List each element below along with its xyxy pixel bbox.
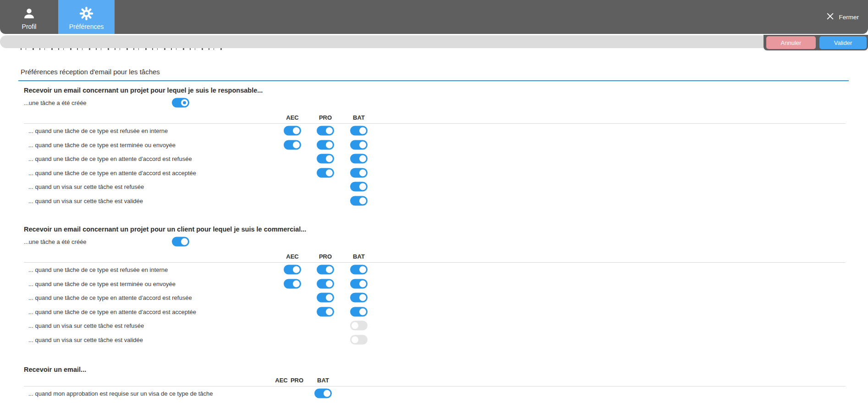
table-row: ... quand un visa sur cette tâche est re… <box>0 180 868 194</box>
preference-group: Recevoir un email concernant un projet p… <box>0 226 868 347</box>
toggle-switch-on[interactable] <box>317 279 334 288</box>
toggle-switch-on[interactable] <box>317 154 334 164</box>
toggle-knob <box>359 197 366 204</box>
tab-preferences[interactable]: Préférences <box>58 0 115 34</box>
toggle-switch-on[interactable] <box>350 279 368 288</box>
action-bar <box>0 35 764 48</box>
preference-group: Recevoir un email...AECPROBAT... quand m… <box>0 366 868 401</box>
row-label: ... quand une tâche de ce type est refus… <box>28 266 168 273</box>
toggle-knob <box>293 266 300 273</box>
column-headers: AECPROBAT <box>0 375 868 386</box>
table-row: ... quand un visa sur cette tâche est re… <box>0 319 868 333</box>
toggle-knob <box>359 266 366 273</box>
table-row: ... quand une tâche de ce type en attent… <box>0 166 868 180</box>
row-label: ... quand une tâche de ce type en attent… <box>28 294 192 301</box>
toggle-switch-on[interactable] <box>350 265 368 275</box>
table-row: ... quand un visa sur cette tâche est va… <box>0 194 868 208</box>
column-header-pro: PRO <box>315 253 335 260</box>
toggle-switch-on[interactable] <box>350 293 368 303</box>
group-title: Recevoir un email concernant un projet p… <box>24 87 868 95</box>
toggle-switch-on[interactable] <box>284 279 301 288</box>
toggle-switch-on[interactable] <box>317 307 334 316</box>
action-buttons-panel: Annuler Valider <box>764 35 868 50</box>
column-header-bat: BAT <box>313 377 333 384</box>
user-icon <box>22 6 36 21</box>
row-label: ... quand un visa sur cette tâche est va… <box>28 336 143 343</box>
toggle-knob <box>181 99 188 106</box>
toggle-switch-on[interactable] <box>172 98 189 108</box>
gear-icon <box>79 6 93 21</box>
row-label: ... quand mon approbation est requise su… <box>28 390 213 397</box>
preferences-content: Préférences réception d'email pour les t… <box>0 0 868 403</box>
toggle-switch-on[interactable] <box>350 154 368 164</box>
top-header: Profil <box>0 0 868 34</box>
table-row: ... quand une tâche de ce type est termi… <box>0 277 868 291</box>
group-title: Recevoir un email... <box>24 366 868 374</box>
toggle-knob <box>359 294 366 301</box>
toggle-switch-on[interactable] <box>350 168 368 177</box>
toggle-switch-off[interactable] <box>350 335 368 344</box>
toggle-knob <box>359 308 366 315</box>
toggle-switch-on[interactable] <box>317 168 334 177</box>
tab-profil[interactable]: Profil <box>0 0 58 34</box>
toggle-switch-off[interactable] <box>350 321 368 331</box>
validate-button[interactable]: Valider <box>819 36 867 49</box>
toggle-knob <box>326 141 333 148</box>
section-underline <box>18 80 849 81</box>
tab-label-profil: Profil <box>22 23 37 30</box>
section-title: Préférences réception d'email pour les t… <box>21 68 868 77</box>
toggle-knob <box>359 280 366 287</box>
toggle-switch-on[interactable] <box>317 140 334 149</box>
toggle-switch-on[interactable] <box>350 196 368 205</box>
toggle-switch-on[interactable] <box>317 293 334 303</box>
column-header-bat: BAT <box>349 253 369 260</box>
toggle-knob <box>181 238 188 245</box>
table-row: ... quand un visa sur cette tâche est va… <box>0 333 868 347</box>
toggle-knob <box>326 266 333 273</box>
toggle-switch-on[interactable] <box>172 237 189 247</box>
toggle-knob <box>352 336 358 343</box>
intro-row-label: ...une tâche a été créée <box>24 99 87 106</box>
column-header-pro: PRO <box>315 114 335 121</box>
close-button[interactable]: Fermer <box>826 0 859 34</box>
toggle-knob <box>326 169 333 176</box>
table-row: ... quand une tâche de ce type en attent… <box>0 152 868 166</box>
preference-group: Recevoir un email concernant un projet p… <box>0 87 868 208</box>
column-header-pro: PRO <box>287 377 307 384</box>
toggle-switch-on[interactable] <box>350 307 368 316</box>
toggle-knob <box>326 308 333 315</box>
row-label: ... quand un visa sur cette tâche est va… <box>28 197 143 204</box>
table-row: ... quand une tâche de ce type est refus… <box>0 263 868 277</box>
table-row: ... quand une tâche de ce type est termi… <box>0 138 868 152</box>
toggle-switch-on[interactable] <box>284 126 301 136</box>
column-header-aec: AEC <box>282 253 302 260</box>
toggle-knob <box>326 280 333 287</box>
toggle-knob <box>293 141 300 148</box>
column-headers: AECPROBAT <box>0 251 868 262</box>
close-label: Fermer <box>839 14 859 21</box>
toggle-switch-on[interactable] <box>317 126 334 136</box>
table-row: ... quand une tâche de ce type est refus… <box>0 124 868 138</box>
row-label: ... quand une tâche de ce type en attent… <box>28 308 196 315</box>
toggle-switch-on[interactable] <box>284 265 301 275</box>
toggle-knob <box>326 127 333 134</box>
toggle-switch-on[interactable] <box>350 126 368 136</box>
toggle-switch-on[interactable] <box>350 182 368 192</box>
column-headers: AECPROBAT <box>0 112 868 123</box>
row-label: ... quand une tâche de ce type est refus… <box>28 127 168 134</box>
table-row: ... quand une tâche de ce type en attent… <box>0 291 868 305</box>
toggle-switch-on[interactable] <box>317 265 334 275</box>
table-row: ... quand une tâche de ce type en attent… <box>0 305 868 319</box>
toggle-knob <box>359 141 366 148</box>
toggle-switch-on[interactable] <box>350 140 368 149</box>
close-icon <box>826 12 834 22</box>
row-label: ... quand une tâche de ce type en attent… <box>28 169 196 176</box>
cancel-button[interactable]: Annuler <box>766 36 816 49</box>
group-title: Recevoir un email concernant un projet p… <box>24 226 868 234</box>
toggle-switch-on[interactable] <box>314 389 332 398</box>
row-label: ... quand une tâche de ce type est termi… <box>28 141 176 148</box>
toggle-knob <box>359 127 366 134</box>
toggle-switch-on[interactable] <box>284 140 301 149</box>
toggle-knob <box>359 169 366 176</box>
tab-label-preferences: Préférences <box>69 23 104 30</box>
